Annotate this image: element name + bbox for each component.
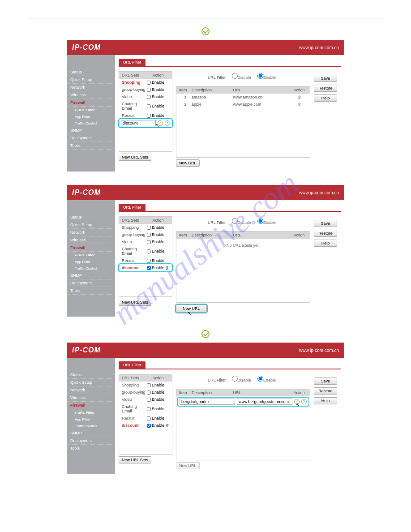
- nav-wireless[interactable]: Wireless: [67, 236, 115, 244]
- nav-firewall[interactable]: Firewall: [67, 402, 115, 409]
- nav-tools[interactable]: Tools: [67, 445, 115, 452]
- tab-url-filter[interactable]: URL Filter: [119, 361, 146, 369]
- enable-checkbox[interactable]: [147, 81, 151, 85]
- url-url-input[interactable]: [237, 399, 292, 405]
- nav-deployment[interactable]: Deployment: [67, 437, 115, 445]
- nav-snmp[interactable]: SNMP: [67, 429, 115, 437]
- nav-url-filter[interactable]: URL Filter: [67, 252, 115, 258]
- nav-quick-setup[interactable]: Quick Setup: [67, 221, 115, 229]
- nav-traffic-control[interactable]: Traffic Control: [67, 120, 115, 127]
- trash-icon[interactable]: 🗑: [165, 423, 169, 428]
- enable-checkbox[interactable]: [147, 114, 151, 118]
- enable-checkbox[interactable]: [147, 259, 151, 263]
- enable-checkbox[interactable]: [147, 240, 151, 244]
- nav-network[interactable]: Network: [67, 229, 115, 236]
- nav-wireless[interactable]: Wireless: [67, 91, 115, 99]
- url-set-row[interactable]: group-buyingEnable: [119, 86, 172, 93]
- url-set-row[interactable]: VideoEnable: [119, 396, 172, 403]
- help-button[interactable]: Help: [314, 397, 337, 404]
- nav-tools[interactable]: Tools: [67, 142, 115, 150]
- restore-button[interactable]: Restore: [314, 230, 337, 237]
- url-set-row[interactable]: group-buyingEnable: [119, 389, 172, 396]
- nav-url-filter[interactable]: URL Filter: [67, 107, 115, 113]
- enable-checkbox[interactable]: [147, 416, 151, 420]
- trash-icon[interactable]: 🗑: [297, 102, 301, 107]
- url-desc-input[interactable]: [180, 399, 235, 405]
- new-url-button[interactable]: New URL: [176, 159, 200, 167]
- radio-disable[interactable]: [232, 218, 238, 224]
- url-set-row[interactable]: RecruitEnable: [119, 415, 172, 422]
- url-set-row[interactable]: group-buyingEnable: [119, 231, 172, 238]
- url-set-row[interactable]: discountEnable🗑: [119, 422, 172, 429]
- trash-icon[interactable]: 🗑: [297, 95, 301, 99]
- nav-status[interactable]: Status: [67, 69, 115, 76]
- enable-checkbox[interactable]: [147, 249, 151, 253]
- radio-enable[interactable]: [257, 218, 263, 224]
- radio-enable[interactable]: [257, 73, 263, 79]
- help-button[interactable]: Help: [314, 240, 337, 247]
- url-set-row[interactable]: RecruitEnable: [119, 112, 172, 119]
- cancel-icon[interactable]: ✕: [301, 399, 307, 404]
- nav-deployment[interactable]: Deployment: [67, 279, 115, 287]
- nav-snmp[interactable]: SNMP: [67, 272, 115, 279]
- trash-icon[interactable]: 🗑: [165, 266, 169, 270]
- nav-wireless[interactable]: Wireless: [67, 394, 115, 402]
- nav-firewall[interactable]: Firewall: [67, 99, 115, 107]
- url-set-row[interactable]: ShoppingEnable: [119, 224, 172, 231]
- nav-snmp[interactable]: SNMP: [67, 127, 115, 134]
- url-set-row[interactable]: VideoEnable: [119, 238, 172, 245]
- nav-status[interactable]: Status: [67, 371, 115, 379]
- nav-traffic-control[interactable]: Traffic Control: [67, 265, 115, 272]
- save-button[interactable]: Save: [314, 75, 337, 82]
- cancel-icon[interactable]: ✕: [165, 120, 170, 126]
- restore-button[interactable]: Restore: [314, 85, 337, 92]
- url-set-row[interactable]: Chatting EmailEnable: [119, 245, 172, 257]
- nav-status[interactable]: Status: [67, 214, 115, 221]
- radio-disable[interactable]: [232, 376, 238, 382]
- enable-checkbox[interactable]: [147, 398, 151, 402]
- save-button[interactable]: Save: [314, 220, 337, 227]
- new-url-sets-button[interactable]: New URL Sets: [119, 299, 151, 306]
- url-set-row[interactable]: ShoppingEnable: [119, 382, 172, 389]
- enable-checkbox[interactable]: [147, 424, 151, 428]
- nav-quick-setup[interactable]: Quick Setup: [67, 379, 115, 386]
- nav-network[interactable]: Network: [67, 386, 115, 394]
- url-set-row[interactable]: VideoEnable: [119, 93, 172, 100]
- enable-checkbox[interactable]: [147, 104, 151, 108]
- nav-deployment[interactable]: Deployment: [67, 134, 115, 142]
- nav-traffic-control[interactable]: Traffic Control: [67, 423, 115, 429]
- confirm-icon[interactable]: ✓: [158, 120, 163, 126]
- nav-tools[interactable]: Tools: [67, 287, 115, 295]
- new-url-sets-button[interactable]: New URL Sets: [119, 456, 151, 463]
- enable-checkbox[interactable]: [147, 266, 151, 270]
- enable-checkbox[interactable]: [147, 390, 151, 395]
- url-set-row[interactable]: Chatting EmailEnable: [119, 403, 172, 415]
- nav-app-filter[interactable]: App Filter: [67, 113, 115, 120]
- new-url-button[interactable]: New URL: [176, 305, 207, 313]
- nav-network[interactable]: Network: [67, 84, 115, 91]
- nav-app-filter[interactable]: App Filter: [67, 258, 115, 265]
- help-button[interactable]: Help: [314, 94, 337, 102]
- radio-enable[interactable]: [257, 376, 263, 382]
- nav-url-filter[interactable]: URL Filter: [67, 409, 115, 416]
- enable-checkbox[interactable]: [147, 95, 151, 99]
- radio-disable[interactable]: [232, 73, 238, 79]
- nav-app-filter[interactable]: App Filter: [67, 416, 115, 423]
- url-set-row[interactable]: ShoppingEnable: [119, 79, 172, 86]
- new-url-sets-button[interactable]: New URL Sets: [119, 154, 151, 161]
- restore-button[interactable]: Restore: [314, 387, 337, 395]
- url-set-row[interactable]: Chatting EmailEnable: [119, 100, 172, 112]
- url-set-row[interactable]: RecruitEnable: [119, 257, 172, 264]
- enable-checkbox[interactable]: [147, 407, 151, 411]
- nav-firewall[interactable]: Firewall: [67, 244, 115, 252]
- enable-checkbox[interactable]: [147, 383, 151, 387]
- tab-url-filter[interactable]: URL Filter: [119, 204, 146, 211]
- confirm-icon[interactable]: ✓: [294, 399, 300, 404]
- enable-checkbox[interactable]: [147, 88, 151, 92]
- save-button[interactable]: Save: [314, 378, 337, 385]
- url-set-row[interactable]: discountEnable🗑: [119, 264, 172, 271]
- enable-checkbox[interactable]: [147, 233, 151, 237]
- enable-checkbox[interactable]: [147, 226, 151, 230]
- new-url-button[interactable]: New URL: [176, 462, 200, 469]
- tab-url-filter[interactable]: URL Filter: [119, 59, 146, 66]
